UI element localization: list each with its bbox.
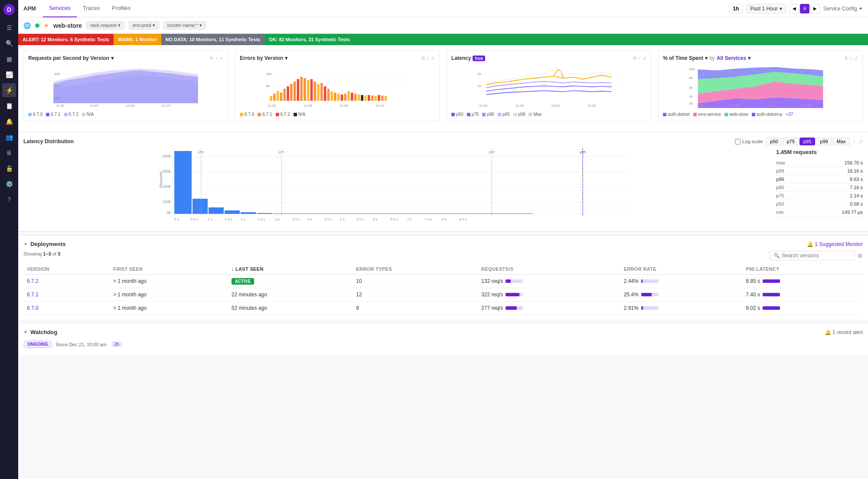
svg-rect-40 (337, 94, 340, 101)
alert-bar-green[interactable]: OK: 82 Monitors, 31 Synthetic Tests (264, 34, 868, 45)
latency-dist-header: Latency Distribution Log scale p50 p75 p… (23, 138, 863, 145)
rps-share-icon[interactable]: ↑ (215, 56, 218, 61)
cell-version: 6.7.0 (23, 302, 110, 315)
col-error-types[interactable]: ERROR TYPES (352, 264, 478, 275)
top-nav: APM Services Traces Profiles 1h Past 1 H… (18, 0, 868, 17)
time-selector[interactable]: Past 1 Hour ▾ (746, 4, 786, 13)
pts-by-select[interactable]: All Services (717, 55, 746, 61)
sidebar-metrics-icon[interactable]: 📈 (2, 68, 16, 82)
sidebar-settings-icon[interactable]: ⚙️ (2, 177, 16, 191)
ebv-expand-icon[interactable]: ⤢ (431, 56, 435, 61)
time-1h-button[interactable]: 1h (729, 4, 743, 13)
rps-refresh-icon[interactable]: ↻ (210, 56, 214, 61)
sidebar-logo[interactable]: D (3, 3, 15, 16)
svg-text:8.5 s: 8.5 s (459, 217, 467, 221)
pct-p50-button[interactable]: p50 (766, 138, 782, 145)
deployments-title[interactable]: ▼ Deployments (23, 241, 66, 247)
ebv-dropdown-icon[interactable]: ▾ (285, 55, 287, 61)
col-last-seen[interactable]: ↓ LAST SEEN (228, 264, 353, 275)
pts-chart-actions: ↻ ↑ ⤢ (845, 56, 858, 61)
cell-requests-s: 277 req/s (478, 302, 620, 315)
col-requests-s[interactable]: REQUESTS/S (478, 264, 620, 275)
ebv-refresh-icon[interactable]: ↻ (421, 56, 425, 61)
service-tag-rack[interactable]: rack.request ▾ (86, 21, 124, 30)
deployments-header: ▼ Deployments 🔔 1 Suggested Monitor (23, 241, 863, 247)
watchdog-content: ONGOING Since Dec 21, 10:00 am 2h (23, 339, 863, 350)
svg-rect-41 (341, 95, 343, 101)
rps-legend-672: 6.7.2 (64, 112, 78, 117)
alert-bar-yellow[interactable]: WARN: 1 Monitor (114, 34, 161, 45)
service-name[interactable]: web-store (53, 22, 82, 29)
alert-bar-red[interactable]: ALERT: 12 Monitors, 6 Synthetic Tests (18, 34, 114, 45)
tab-profiles[interactable]: Profiles (106, 0, 137, 17)
deployments-gear-icon[interactable]: ⚙ (858, 253, 863, 259)
pts-legend-more[interactable]: +37 (786, 112, 793, 117)
svg-text:3.5 s: 3.5 s (292, 217, 300, 221)
pts-by-chevron[interactable]: ▾ (748, 55, 751, 61)
latency-dist-expand-icon[interactable]: ⤢ (859, 139, 863, 144)
lat-expand-icon[interactable]: ⤢ (643, 56, 646, 61)
service-tag-cluster[interactable]: cluster-name:* ▾ (163, 21, 206, 30)
pct-p95-button[interactable]: p95 (799, 138, 815, 145)
pct-max-button[interactable]: Max (833, 138, 850, 145)
ebv-share-icon[interactable]: ↑ (427, 56, 430, 61)
pts-expand-icon[interactable]: ⤢ (854, 56, 858, 61)
time-forward-button[interactable]: ▶ (810, 4, 820, 13)
sidebar-apm-icon[interactable]: ⚡ (2, 83, 16, 97)
watchdog-title[interactable]: ▼ Watchdog (23, 329, 57, 335)
pct-time-spent-panel: % of Time Spent ▾ by All Services ▾ ↻ ↑ … (658, 50, 863, 121)
svg-rect-98 (273, 213, 533, 214)
rps-dropdown-icon[interactable]: ▾ (111, 55, 114, 61)
svg-text:20: 20 (478, 72, 482, 76)
rps-expand-icon[interactable]: ⤢ (219, 56, 223, 61)
log-scale-checkbox[interactable]: Log scale (735, 139, 763, 144)
sidebar-menu-icon[interactable]: ☰ (2, 21, 16, 35)
search-versions-input[interactable] (782, 253, 851, 259)
pts-share-icon[interactable]: ↑ (850, 56, 853, 61)
latency-panel: Latency true ↻ ↑ ⤢ 20 10 (447, 50, 651, 121)
sidebar-help-icon[interactable]: ? (2, 193, 16, 207)
ebv-chart-header: Errors by Version ▾ ↻ ↑ ⤢ (240, 55, 435, 61)
time-back-button[interactable]: ◀ (790, 4, 799, 13)
latency-dist-share-icon[interactable]: ↑ (853, 139, 856, 144)
search-versions-box[interactable]: 🔍 (770, 251, 855, 260)
svg-text:7 s: 7 s (407, 217, 412, 221)
sidebar-logs-icon[interactable]: 📋 (2, 99, 16, 113)
lat-share-icon[interactable]: ↑ (639, 56, 641, 61)
lat-refresh-icon[interactable]: ↻ (633, 56, 637, 61)
col-p95-latency[interactable]: P95 LATENCY (742, 264, 863, 275)
sidebar-security-icon[interactable]: 🔒 (2, 161, 16, 175)
sidebar-infra-icon[interactable]: 🖥 (2, 146, 16, 160)
pts-dropdown-icon[interactable]: ▾ (705, 55, 708, 61)
log-scale-input[interactable] (735, 139, 741, 144)
alert-bar-gray[interactable]: NO DATA: 10 Monitors, 11 Synthetic Tests (161, 34, 265, 45)
svg-rect-37 (327, 89, 330, 101)
service-config-link[interactable]: Service Config ✦ (823, 6, 863, 12)
tab-services[interactable]: Services (43, 0, 77, 17)
favorite-star-icon[interactable]: ★ (44, 22, 49, 29)
sidebar-dashboard-icon[interactable]: ▦ (2, 52, 16, 66)
sidebar-alerts-icon[interactable]: 🔔 (2, 115, 16, 128)
main-content: APM Services Traces Profiles 1h Past 1 H… (18, 0, 868, 479)
suggested-monitor-link[interactable]: 🔔 1 Suggested Monitor (807, 241, 863, 247)
lat-legend-p50: p50 (451, 112, 463, 117)
pts-refresh-icon[interactable]: ↻ (845, 56, 848, 61)
col-first-seen[interactable]: FIRST SEEN (110, 264, 228, 275)
col-error-rate[interactable]: ERROR RATE (620, 264, 743, 275)
pts-chart-title: % of Time Spent ▾ by All Services ▾ (663, 55, 751, 61)
pct-p75-button[interactable]: p75 (783, 138, 799, 145)
col-version[interactable]: VERSION (23, 264, 110, 275)
svg-rect-52 (378, 95, 380, 101)
svg-text:12:00: 12:00 (768, 104, 775, 107)
rps-chart-actions: ↻ ↑ ⤢ (210, 56, 224, 61)
pct-p99-button[interactable]: p99 (816, 138, 832, 145)
svg-rect-24 (284, 89, 286, 101)
watchdog-duration-badge: 2h (112, 341, 122, 347)
sidebar-users-icon[interactable]: 👥 (2, 130, 16, 144)
lat-legend-p75: p75 (467, 112, 479, 117)
svg-text:11:30: 11:30 (268, 104, 276, 108)
service-tag-env[interactable]: env:prod ▾ (129, 21, 159, 30)
tab-traces[interactable]: Traces (77, 0, 106, 17)
sidebar-search-icon[interactable]: 🔍 (2, 36, 16, 50)
time-pause-button[interactable]: ⏸ (800, 4, 809, 13)
